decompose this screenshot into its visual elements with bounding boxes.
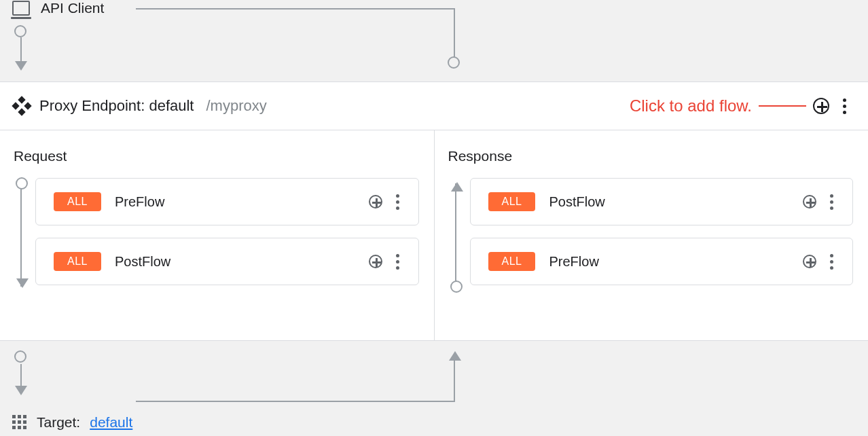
response-title: Response [448,148,854,164]
flow-menu-button[interactable] [823,251,840,272]
monitor-icon [12,1,30,16]
flow-name: PreFlow [115,194,355,210]
flow-card[interactable]: ALL PreFlow [470,238,854,285]
flow-card[interactable]: ALL PreFlow [35,178,419,225]
endpoint-title: Proxy Endpoint: default [39,97,194,115]
request-title: Request [14,148,419,164]
connector-line [136,401,455,402]
flow-direction-down-icon [20,183,22,287]
endpoint-icon [14,98,30,114]
connector-line [20,364,22,388]
condition-pill: ALL [54,192,101,211]
flow-direction-up-icon [455,183,456,287]
connector-node-icon [448,56,460,69]
connector-node-icon [14,350,26,363]
request-panel: Request ALL PreFlow ALL PostFlow [0,130,434,340]
flow-panels: Request ALL PreFlow ALL PostFlow [0,130,868,341]
api-client-area: API Client [0,0,868,81]
add-step-button[interactable] [803,195,816,208]
add-flow-button[interactable] [813,98,829,114]
target-icon [12,415,27,430]
target-label: Target: [37,414,80,431]
add-step-button[interactable] [369,255,382,268]
target-area: Target: default [0,341,868,436]
connector-node-icon [14,25,26,37]
endpoint-menu-button[interactable] [836,96,853,117]
flow-menu-button[interactable] [823,192,840,213]
flow-name: PostFlow [115,254,355,270]
condition-pill: ALL [54,252,101,271]
connector-line [454,360,455,401]
add-step-button[interactable] [803,255,816,268]
response-panel: Response ALL PostFlow ALL PreFlow [434,130,869,340]
add-step-button[interactable] [369,195,382,208]
flow-menu-button[interactable] [389,251,406,272]
arrow-down-icon [15,61,27,71]
flow-card[interactable]: ALL PostFlow [35,238,419,285]
proxy-endpoint-bar: Proxy Endpoint: default /myproxy Click t… [0,81,868,130]
api-client-label: API Client [41,0,104,16]
flow-name: PostFlow [549,194,789,210]
condition-pill: ALL [488,252,536,271]
arrow-down-icon [15,386,27,395]
endpoint-path: /myproxy [206,97,266,115]
connector-line [136,8,455,10]
target-link[interactable]: default [90,414,132,431]
connector-line [20,37,22,65]
flow-menu-button[interactable] [389,192,406,213]
flow-card[interactable]: ALL PostFlow [470,178,854,225]
connector-line [454,8,455,58]
callout-line [759,105,806,107]
add-flow-callout: Click to add flow. [630,96,752,115]
condition-pill: ALL [488,192,536,211]
flow-name: PreFlow [549,254,789,270]
